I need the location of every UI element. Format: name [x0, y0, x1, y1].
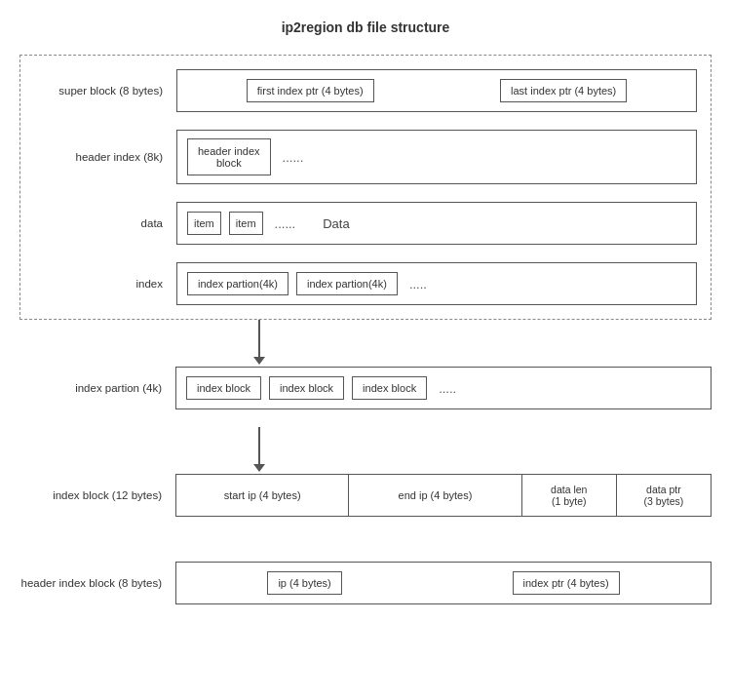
index-block-row: index block (12 bytes) start ip (4 bytes… [19, 474, 712, 517]
index-partion-label: index partion (4k) [19, 382, 175, 394]
diagram: ip2region db file structure super block … [19, 19, 712, 604]
data-content: item item ...... Data [176, 202, 697, 245]
header-index-block-content: ip (4 bytes) index ptr (4 bytes) [175, 562, 712, 604]
end-ip-cell: end ip (4 bytes) [349, 475, 521, 516]
index-block-label: index block (12 bytes) [19, 489, 175, 501]
index-block-content: start ip (4 bytes) end ip (4 bytes) data… [175, 474, 712, 517]
data-dots: ...... [275, 216, 296, 231]
last-index-ptr-box: last index ptr (4 bytes) [500, 79, 627, 102]
index-ptr-cell: index ptr (4 bytes) [513, 571, 620, 595]
super-block-content: first index ptr (4 bytes) last index ptr… [176, 69, 697, 112]
index-partion-row: index partion (4k) index block index blo… [19, 367, 712, 409]
header-index-block-row: header index block (8 bytes) ip (4 bytes… [19, 562, 712, 604]
header-index-label: header index (8k) [20, 151, 176, 163]
header-dots: ...... [283, 150, 304, 165]
index-partion-content: index block index block index block ....… [175, 367, 712, 409]
index-block-box-3: index block [352, 376, 427, 400]
index-block-box-1: index block [186, 376, 261, 400]
super-block-label: super block (8 bytes) [20, 85, 176, 97]
ip-cell: ip (4 bytes) [267, 571, 341, 595]
item-box-2: item [229, 212, 263, 235]
index-label: index [20, 278, 176, 290]
header-index-row: header index (8k) header indexblock ....… [20, 130, 697, 184]
header-index-block-label: header index block (8 bytes) [19, 577, 175, 589]
index-row: index index partion(4k) index partion(4k… [20, 262, 697, 305]
header-index-block-box: header indexblock [187, 138, 271, 175]
data-ptr-cell: data ptr (3 bytes) [617, 475, 711, 516]
index-content: index partion(4k) index partion(4k) ....… [176, 262, 697, 305]
start-ip-cell: start ip (4 bytes) [176, 475, 349, 516]
item-box-1: item [187, 212, 221, 235]
page-title: ip2region db file structure [19, 19, 712, 35]
data-label-left: data [20, 217, 176, 229]
first-index-ptr-box: first index ptr (4 bytes) [247, 79, 374, 102]
index-dots: ..... [409, 277, 427, 292]
index-block-box-2: index block [269, 376, 344, 400]
super-block-row: super block (8 bytes) first index ptr (4… [20, 69, 697, 112]
data-row: data item item ...... Data [20, 202, 697, 245]
header-index-content: header indexblock ...... [176, 130, 697, 184]
data-big-label: Data [323, 216, 349, 231]
index-partion-box-2: index partion(4k) [296, 272, 398, 295]
data-len-cell: data len (1 byte) [522, 475, 617, 516]
index-partion-box-1: index partion(4k) [187, 272, 289, 295]
partion-dots: ..... [439, 381, 456, 396]
